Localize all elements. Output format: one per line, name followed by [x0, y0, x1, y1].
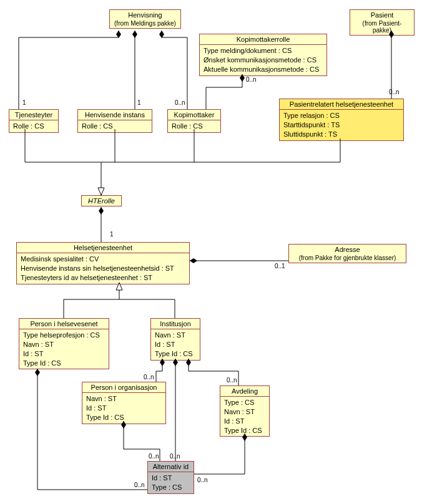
class-person-helsevesenet: Person i helsevesenet Type helseprofesjo…	[19, 318, 109, 369]
class-title: Helsetjenesteenhet	[17, 243, 189, 253]
class-avdeling: Avdeling Type : CS Navn : ST Id : ST Typ…	[220, 385, 270, 437]
class-pasient: Pasient (from Pasient-pakke)	[350, 9, 415, 36]
mult-label: 0..n	[227, 377, 237, 384]
mult-label: 0..1	[275, 263, 285, 269]
class-title: Person i organisasjon	[82, 382, 165, 393]
class-pasientrelatert: Pasientrelatert helsetjenesteenhet Type …	[279, 99, 404, 141]
class-sub: (from Pakke for gjenbrukte klasser)	[289, 254, 406, 263]
class-helsetjenesteenhet: Helsetjenesteenhet Medisinsk spesialitet…	[16, 242, 190, 284]
mult-label: 1	[110, 231, 114, 238]
mult-label: 1	[137, 99, 141, 106]
class-institusjon: Institusjon Navn : ST Id : ST Type Id : …	[150, 318, 200, 361]
class-alternativ-id: Alternativ id Id : ST Type : CS	[147, 461, 194, 494]
class-tjenesteyter: Tjenesteyter Rolle : CS	[9, 109, 59, 133]
class-sub: (from Pasient-pakke)	[350, 20, 414, 35]
mult-label: 0..n	[246, 76, 257, 83]
class-title: Alternativ id	[148, 462, 194, 472]
class-title: Institusjon	[151, 319, 200, 329]
mult-label: 0..n	[170, 453, 180, 460]
mult-label: 1	[22, 99, 26, 106]
mult-label: 0..n	[197, 477, 208, 483]
class-title: Henvisning	[110, 10, 180, 20]
class-title: Henvisende instans	[78, 110, 152, 120]
class-title: Kopimottakerrolle	[200, 34, 326, 45]
class-hterolle: HTErolle	[81, 195, 122, 206]
class-title: Adresse	[289, 245, 406, 254]
class-attrs: Type melding/dokument : CS Ønsket kommun…	[200, 45, 326, 75]
class-henvisning: Henvisning (from Meldings pakke)	[109, 9, 181, 29]
class-title: Pasientrelatert helsetjenesteenhet	[280, 99, 403, 110]
class-person-organisasjon: Person i organisasjon Navn : ST Id : ST …	[82, 382, 166, 424]
mult-label: 0..n	[134, 482, 145, 488]
class-title: Kopimottaker	[168, 110, 220, 120]
class-kopimottakerrolle: Kopimottakerrolle Type melding/dokument …	[199, 34, 327, 76]
class-henvisende-instans: Henvisende instans Rolle : CS	[77, 109, 152, 133]
class-title: Pasient	[350, 10, 414, 20]
class-sub: (from Meldings pakke)	[110, 20, 180, 28]
class-title: HTErolle	[82, 196, 121, 206]
class-title: Avdeling	[220, 386, 269, 397]
mult-label: 0..n	[175, 99, 185, 106]
class-kopimottaker: Kopimottaker Rolle : CS	[167, 109, 221, 133]
class-title: Tjenesteyter	[9, 110, 58, 120]
class-adresse: Adresse (from Pakke for gjenbrukte klass…	[288, 244, 406, 263]
mult-label: 0..n	[149, 453, 159, 460]
mult-label: 0..n	[144, 374, 154, 380]
mult-label: 0..n	[389, 89, 400, 95]
class-title: Person i helsevesenet	[19, 319, 109, 329]
